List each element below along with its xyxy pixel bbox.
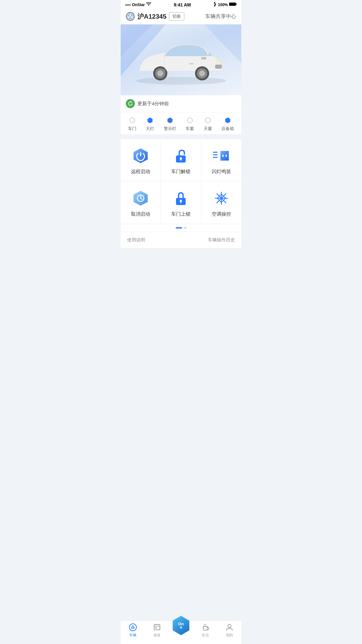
svg-rect-31 (226, 155, 227, 157)
svg-point-10 (136, 77, 226, 85)
status-item-sunroof[interactable]: 天窗 (204, 117, 212, 132)
plate-number: 沪A12345 (137, 12, 166, 21)
door-unlock-icon (172, 147, 190, 165)
trunk-status-label: 后备箱 (221, 126, 234, 132)
control-grid: 远程启动 车门解锁 (121, 139, 241, 224)
sunroof-status-dot (205, 117, 211, 123)
page-dot-2 (184, 227, 187, 229)
history-link[interactable]: 车辆操作历史 (208, 237, 235, 243)
svg-rect-19 (189, 63, 194, 64)
door-unlock-button[interactable]: 车门解锁 (161, 139, 201, 182)
svg-rect-30 (222, 155, 224, 157)
svg-rect-18 (215, 65, 222, 69)
app-header: 沪A12345 切换 车辆共享中心 (121, 9, 241, 24)
share-center-link[interactable]: 车辆共享中心 (205, 13, 236, 20)
status-item-headlight[interactable]: 大灯 (146, 117, 154, 132)
wifi-icon (146, 2, 151, 7)
pagination (121, 224, 241, 232)
update-status-bar[interactable]: 更新于4分钟前 (121, 95, 241, 112)
carrier-label: OnStar (132, 3, 145, 7)
door-lock-icon (172, 189, 190, 207)
svg-text:英朗: 英朗 (201, 57, 206, 60)
svg-rect-22 (140, 152, 141, 156)
bluetooth-icon (213, 2, 217, 7)
status-item-window[interactable]: 车窗 (186, 117, 194, 132)
update-time-text: 更新于4分钟前 (137, 101, 169, 107)
svg-rect-38 (180, 201, 181, 203)
remote-start-button[interactable]: 远程启动 (121, 139, 161, 182)
hazard-status-dot (167, 117, 173, 123)
status-item-hazard[interactable]: 警示灯 (164, 117, 176, 132)
control-grid-container: 远程启动 车门解锁 (121, 139, 241, 232)
svg-rect-25 (180, 158, 181, 161)
switch-vehicle-button[interactable]: 切换 (169, 12, 184, 21)
door-status-dot (129, 117, 135, 123)
status-indicators-row: 车门 大灯 警示灯 车窗 天窗 后备箱 (121, 112, 241, 134)
buick-logo (126, 12, 135, 21)
hazard-status-label: 警示灯 (164, 126, 176, 132)
status-right: 100% (213, 2, 237, 7)
cancel-start-label: 取消启动 (131, 211, 150, 217)
remote-start-label: 远程启动 (131, 169, 150, 175)
svg-rect-1 (229, 3, 236, 6)
remote-start-icon (132, 147, 150, 165)
flash-horn-button[interactable]: 闪灯鸣笛 (201, 139, 241, 182)
status-item-trunk[interactable]: 后备箱 (221, 117, 234, 132)
door-status-label: 车门 (128, 126, 136, 132)
refresh-icon (126, 99, 135, 108)
svg-point-17 (199, 70, 205, 76)
headlight-status-dot (147, 117, 153, 123)
ac-control-button[interactable]: 空调操控 (201, 182, 241, 224)
instructions-link[interactable]: 使用说明 (127, 237, 145, 243)
flash-horn-label: 闪灯鸣笛 (212, 169, 231, 175)
door-lock-label: 车门上锁 (171, 211, 190, 217)
cancel-start-button[interactable]: 取消启动 (121, 182, 161, 224)
flash-horn-icon (212, 147, 230, 165)
page-dot-1 (176, 227, 182, 229)
status-left: ▪▪▪▪ OnStar (125, 2, 151, 7)
svg-point-5 (128, 16, 130, 18)
headlight-status-label: 大灯 (146, 126, 154, 132)
svg-point-4 (130, 14, 131, 16)
battery-percent: 100% (218, 3, 228, 7)
svg-point-14 (157, 70, 163, 76)
car-image: 英朗 (130, 34, 233, 89)
signal-icon: ▪▪▪▪ (125, 3, 131, 7)
door-unlock-label: 车门解锁 (171, 169, 190, 175)
car-hero-section: 英朗 (121, 24, 241, 95)
svg-point-6 (131, 16, 133, 18)
svg-point-0 (148, 5, 149, 6)
header-left: 沪A12345 切换 (126, 12, 184, 21)
ac-control-icon (212, 189, 230, 207)
status-item-door[interactable]: 车门 (128, 117, 136, 132)
time-display: 9:41 AM (174, 2, 191, 7)
window-status-label: 车窗 (186, 126, 194, 132)
battery-icon (229, 2, 237, 7)
ac-control-label: 空调操控 (212, 211, 231, 217)
links-row: 使用说明 车辆操作历史 (121, 232, 241, 248)
cancel-start-icon (132, 189, 150, 207)
window-status-dot (187, 117, 193, 123)
status-bar: ▪▪▪▪ OnStar 9:41 AM 100% (121, 0, 241, 9)
sunroof-status-label: 天窗 (204, 126, 212, 132)
trunk-status-dot (225, 117, 231, 123)
svg-rect-2 (236, 4, 237, 5)
door-lock-button[interactable]: 车门上锁 (161, 182, 201, 224)
